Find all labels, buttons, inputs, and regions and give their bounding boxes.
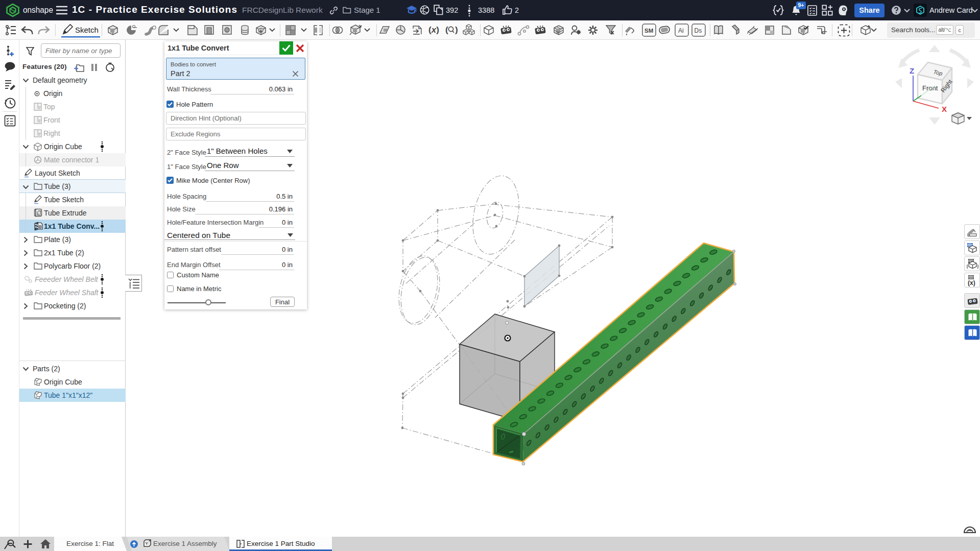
svg-text:Sketch: Sketch <box>75 26 99 34</box>
svg-text:(x): (x) <box>968 279 975 286</box>
svg-text:Z: Z <box>910 66 914 75</box>
svg-text:Front: Front <box>922 84 938 92</box>
svg-text:X: X <box>942 105 947 113</box>
svg-text:Ai: Ai <box>678 27 684 34</box>
svg-text:(: ( <box>445 25 448 35</box>
svg-text:(x): (x) <box>428 25 439 35</box>
svg-text:Ds: Ds <box>695 27 702 34</box>
svg-text:SM: SM <box>644 28 653 34</box>
svg-text:): ) <box>455 25 458 35</box>
